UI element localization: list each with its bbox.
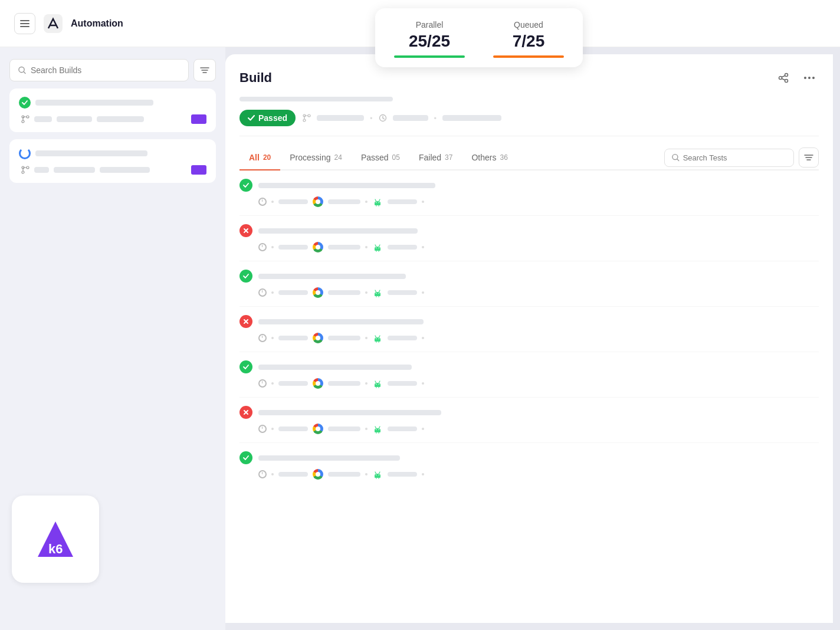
android-icon-2 (372, 242, 383, 252)
check-icon (248, 115, 255, 121)
test-meta-1a (278, 199, 308, 204)
test-status-icon-2 (239, 224, 252, 237)
share-button[interactable] (774, 68, 793, 87)
search-tests-input[interactable] (683, 153, 786, 162)
test-meta-dot-5a (271, 382, 274, 385)
svg-rect-41 (379, 293, 380, 294)
tab-processing[interactable]: Processing 24 (280, 146, 352, 170)
test-row-4[interactable] (239, 307, 819, 352)
test-meta-dot-7a (271, 473, 274, 475)
android-icon-3 (372, 287, 383, 298)
test-row-2[interactable] (239, 216, 819, 261)
test-row-meta-4 (239, 333, 819, 343)
test-search-bar[interactable] (664, 149, 794, 167)
test-meta-6c (388, 426, 417, 431)
queued-bar (493, 55, 564, 58)
test-row-meta-3 (239, 287, 819, 298)
test-name-7 (258, 455, 400, 461)
branch-meta-icon (303, 114, 311, 122)
tab-others[interactable]: Others 36 (462, 146, 517, 170)
build-status-pass-icon-1 (19, 97, 31, 109)
build-tag-1 (191, 114, 206, 124)
more-options-button[interactable] (800, 68, 819, 87)
filter-icon (200, 66, 209, 74)
tab-passed[interactable]: Passed 05 (352, 146, 409, 170)
test-name-1 (258, 183, 435, 188)
hamburger-button[interactable] (14, 13, 35, 34)
svg-rect-51 (379, 429, 380, 431)
test-meta-dot-1c (422, 201, 424, 203)
chrome-icon-6 (313, 424, 323, 434)
android-icon-7 (372, 469, 383, 480)
test-name-5 (258, 365, 412, 370)
build-info-bar: Passed • • (239, 110, 819, 136)
test-meta-6a (278, 426, 308, 431)
svg-rect-44 (376, 339, 377, 340)
build-card-1[interactable] (9, 88, 216, 132)
test-row-top-5 (239, 360, 819, 373)
test-meta-6b (328, 426, 360, 431)
build-card-top-2 (19, 147, 206, 159)
search-bar[interactable] (9, 59, 189, 81)
tab-all-label: All (249, 153, 260, 162)
test-meta-dot-3c (422, 291, 424, 294)
parallel-bar (394, 55, 465, 58)
tab-all[interactable]: All 20 (239, 146, 280, 170)
test-row-3[interactable] (239, 261, 819, 307)
test-meta-4b (328, 336, 360, 340)
android-icon-1 (372, 196, 383, 207)
meta-skeleton-3 (442, 115, 501, 121)
search-builds-input[interactable] (31, 65, 180, 75)
test-row-top-6 (239, 406, 819, 419)
build-meta-2b (54, 167, 95, 173)
test-meta-dot-6b (365, 428, 368, 430)
test-clock-icon-7 (258, 470, 267, 478)
k6-logo: k6 (32, 516, 79, 563)
svg-point-15 (785, 74, 788, 77)
test-row-top-4 (239, 315, 819, 328)
chrome-icon-7 (313, 469, 323, 480)
svg-line-28 (383, 118, 385, 119)
svg-point-17 (785, 80, 788, 83)
test-clock-icon-2 (258, 243, 267, 251)
k6-tag-2 (191, 165, 206, 175)
test-row-6[interactable] (239, 398, 819, 443)
test-status-icon-7 (239, 451, 252, 464)
build-card-bottom-1 (19, 114, 206, 124)
app-title: Automation (71, 18, 123, 29)
test-meta-3b (328, 290, 360, 295)
meta-skeleton-2 (393, 115, 428, 121)
test-status-icon-5 (239, 360, 252, 373)
tab-processing-label: Processing (290, 153, 330, 162)
android-icon-5 (372, 378, 383, 389)
tab-failed[interactable]: Failed 37 (409, 146, 462, 170)
test-meta-dot-5c (422, 382, 424, 385)
test-row-meta-7 (239, 469, 819, 480)
test-filter-icon (804, 153, 813, 162)
test-status-icon-3 (239, 270, 252, 283)
branch-icon-1 (21, 115, 29, 123)
svg-rect-1 (20, 23, 29, 24)
test-row-1[interactable] (239, 170, 819, 216)
svg-point-25 (303, 119, 306, 122)
svg-point-21 (808, 77, 811, 79)
header-left: Automation (14, 13, 123, 34)
test-meta-dot-6a (271, 428, 274, 430)
test-row-meta-6 (239, 424, 819, 434)
meta-skeleton-1 (317, 115, 364, 121)
svg-rect-45 (379, 339, 380, 340)
test-meta-dot-7b (365, 473, 368, 475)
test-row-5[interactable] (239, 352, 819, 398)
test-meta-dot-6c (422, 428, 424, 430)
chrome-icon-2 (313, 242, 323, 252)
build-card-2[interactable] (9, 139, 216, 183)
test-filter-button[interactable] (799, 147, 819, 168)
filter-button[interactable] (193, 59, 216, 81)
parallel-label: Parallel (416, 20, 444, 29)
test-row-meta-5 (239, 378, 819, 389)
svg-line-30 (677, 159, 679, 161)
test-row-7[interactable] (239, 443, 819, 488)
queued-label: Queued (514, 20, 543, 29)
chrome-icon-4 (313, 333, 323, 343)
test-status-icon-4 (239, 315, 252, 328)
